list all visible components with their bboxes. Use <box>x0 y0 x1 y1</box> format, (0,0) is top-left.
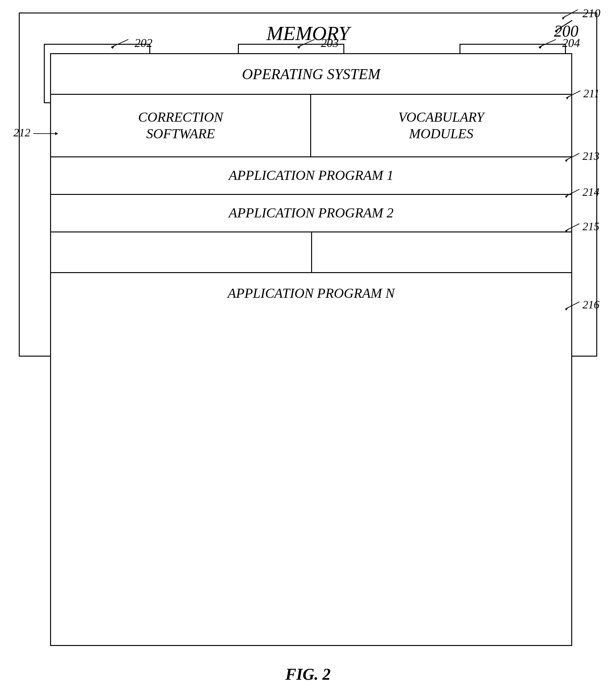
ref-215: 215 <box>564 220 599 233</box>
ref-210: 210 <box>560 6 600 21</box>
figure-label: FIG. 2 <box>286 665 330 683</box>
ref-212: 212 <box>14 126 58 139</box>
appN-label: APPLICATION PROGRAM N <box>228 285 395 302</box>
appN-row: APPLICATION PROGRAM N <box>51 273 571 314</box>
memory-inner-box: OPERATING SYSTEM 211 CORRECTIONSOFTWARE … <box>50 53 572 646</box>
correction-vocabulary-row: CORRECTIONSOFTWARE VOCABULARYMODULES <box>51 95 571 157</box>
app1-label: APPLICATION PROGRAM 1 <box>229 167 394 184</box>
svg-marker-25 <box>55 132 58 135</box>
app1-row: APPLICATION PROGRAM 1 <box>51 157 571 195</box>
vocabulary-cell: VOCABULARYMODULES <box>311 95 571 156</box>
vocabulary-label: VOCABULARYMODULES <box>398 109 484 142</box>
dots-row <box>51 233 571 273</box>
os-row: OPERATING SYSTEM <box>51 54 571 95</box>
correction-label: CORRECTIONSOFTWARE <box>138 109 223 142</box>
memory-label: MEMORY <box>266 22 349 45</box>
correction-cell: CORRECTIONSOFTWARE <box>51 95 311 156</box>
app2-label: APPLICATION PROGRAM 2 <box>229 205 394 221</box>
ref-216: 216 <box>564 298 599 311</box>
os-label: OPERATING SYSTEM <box>242 65 380 83</box>
diagram-container: 200 INPUTDEVICE 202 DISPLAY 203 SPEAKER … <box>19 13 597 671</box>
ref-202: 202 <box>110 36 152 50</box>
memory-box: MEMORY 210 OPERATING SYSTEM 211 <box>19 13 597 357</box>
app2-row: APPLICATION PROGRAM 2 <box>51 195 571 233</box>
ref-204: 204 <box>537 36 580 50</box>
